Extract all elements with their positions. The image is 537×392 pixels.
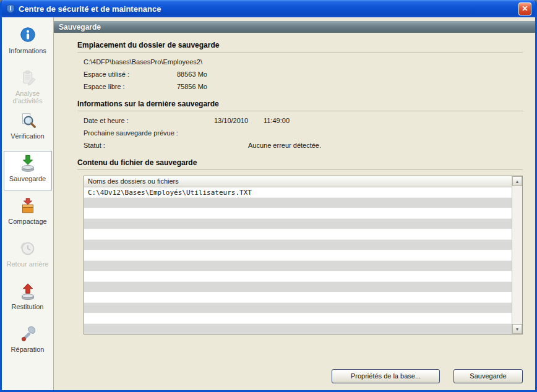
backup-button[interactable]: Sauvegarde	[453, 369, 523, 383]
backup-table-body: C:\4Dv12\Bases\Employés\Utilisateurs.TXT	[84, 187, 522, 334]
table-row[interactable]	[84, 261, 512, 271]
sidebar-item-activity-analysis: Analyse d'activités	[4, 66, 52, 105]
sidebar-item-label: Compactage	[8, 218, 46, 225]
vertical-scrollbar[interactable]: ▲ ▼	[512, 176, 522, 334]
backup-path-row: C:\4DFP\bases\BasesPro\Employees2\	[84, 58, 523, 66]
section-title-backup-content: Contenu du fichier de sauvegarde	[77, 158, 523, 170]
table-row[interactable]	[84, 219, 512, 229]
app-window: Centre de sécurité et de maintenance ✕ I…	[0, 0, 537, 392]
sidebar-item-restore[interactable]: Restitution	[4, 279, 52, 318]
table-row[interactable]	[84, 292, 512, 303]
table-row[interactable]	[84, 198, 512, 208]
used-space-row: Espace utilisé : 88563 Mo	[84, 70, 523, 78]
sidebar-item-label: Vérification	[11, 132, 44, 140]
repair-icon	[18, 324, 38, 344]
next-backup-label: Prochaine sauvegarde prévue :	[84, 129, 178, 137]
scroll-up-icon: ▲	[515, 179, 520, 184]
sidebar-item-info[interactable]: Informations	[4, 23, 52, 62]
table-row[interactable]: C:\4Dv12\Bases\Employés\Utilisateurs.TXT	[84, 187, 512, 198]
sidebar-item-label: Informations	[9, 47, 46, 54]
sidebar-item-label: Réparation	[11, 346, 45, 353]
free-space-label: Espace libre :	[84, 83, 177, 90]
scroll-up-button[interactable]: ▲	[512, 176, 522, 186]
scroll-down-button[interactable]: ▼	[512, 324, 522, 334]
section-last-backup: Informations sur la dernière sauvegarde …	[77, 100, 523, 149]
backup-status-row: Statut : Aucune erreur détectée.	[84, 142, 523, 149]
sidebar-item-rollback: Retour arrière	[4, 236, 52, 276]
section-backup-content: Contenu du fichier de sauvegarde Noms de…	[77, 158, 523, 334]
backup-folder-path: C:\4DFP\bases\BasesPro\Employees2\	[84, 58, 202, 66]
sidebar-item-label: Analyse d'activités	[4, 90, 51, 104]
database-properties-button[interactable]: Propriétés de la base...	[332, 369, 440, 383]
close-icon: ✕	[522, 5, 528, 12]
main-panel: Sauvegarde Emplacement du dossier de sau…	[54, 17, 535, 390]
table-row[interactable]	[84, 313, 512, 324]
sidebar: InformationsAnalyse d'activitésVérificat…	[2, 17, 54, 390]
free-space-value: 75856 Mo	[177, 83, 207, 90]
section-title-last-backup: Informations sur la dernière sauvegarde	[77, 100, 523, 111]
section-backup-location: Emplacement du dossier de sauvegarde C:\…	[77, 41, 523, 90]
used-space-label: Espace utilisé :	[84, 70, 177, 78]
sidebar-item-label: Retour arrière	[7, 260, 49, 268]
page-header: Sauvegarde	[54, 21, 535, 33]
footer-bar: Propriétés de la base... Sauvegarde	[54, 362, 535, 390]
info-icon	[18, 25, 38, 45]
sidebar-item-label: Restitution	[12, 303, 44, 310]
table-column-header: Noms des dossiers ou fichiers	[84, 176, 512, 187]
backup-date-label: Date et heure :	[84, 117, 214, 124]
backup-status-label: Statut :	[84, 142, 248, 149]
backup-icon	[18, 153, 38, 173]
rollback-icon	[18, 239, 38, 258]
close-button[interactable]: ✕	[518, 2, 531, 15]
table-row[interactable]	[84, 240, 512, 250]
sidebar-item-compact[interactable]: Compactage	[4, 194, 52, 233]
next-backup-row: Prochaine sauvegarde prévue :	[84, 129, 523, 137]
table-row[interactable]	[84, 250, 512, 261]
backup-date-value: 13/10/2010	[214, 117, 264, 124]
scroll-down-icon: ▼	[515, 327, 520, 331]
restore-icon	[18, 281, 38, 301]
free-space-row: Espace libre : 75856 Mo	[84, 83, 523, 90]
table-row[interactable]	[84, 229, 512, 240]
compact-icon	[18, 196, 38, 216]
page-content: Emplacement du dossier de sauvegarde C:\…	[54, 33, 535, 362]
backup-status-value: Aucune erreur détectée.	[248, 142, 321, 149]
table-row[interactable]	[84, 324, 512, 334]
window-title: Centre de sécurité et de maintenance	[19, 4, 518, 14]
backup-time-value: 11:49:00	[264, 117, 290, 124]
verify-icon	[18, 111, 38, 130]
page-title: Sauvegarde	[59, 23, 101, 32]
used-space-value: 88563 Mo	[177, 70, 207, 78]
backup-content-table: Noms des dossiers ou fichiers C:\4Dv12\B…	[84, 176, 523, 334]
table-row[interactable]	[84, 208, 512, 219]
table-column-header-label: Noms des dossiers ou fichiers	[88, 177, 179, 185]
window-icon	[6, 4, 15, 14]
sidebar-item-backup[interactable]: Sauvegarde	[4, 151, 52, 190]
sidebar-item-verify[interactable]: Vérification	[4, 108, 52, 148]
window-body: InformationsAnalyse d'activitésVérificat…	[2, 17, 535, 390]
title-bar: Centre de sécurité et de maintenance ✕	[2, 0, 535, 17]
table-row[interactable]	[84, 282, 512, 292]
table-row[interactable]	[84, 271, 512, 282]
sidebar-item-repair[interactable]: Réparation	[4, 322, 52, 361]
activity-analysis-icon	[18, 68, 38, 88]
section-title-location: Emplacement du dossier de sauvegarde	[77, 41, 523, 53]
backup-date-row: Date et heure : 13/10/2010 11:49:00	[84, 117, 523, 124]
table-row[interactable]	[84, 303, 512, 313]
sidebar-item-label: Sauvegarde	[9, 175, 46, 182]
